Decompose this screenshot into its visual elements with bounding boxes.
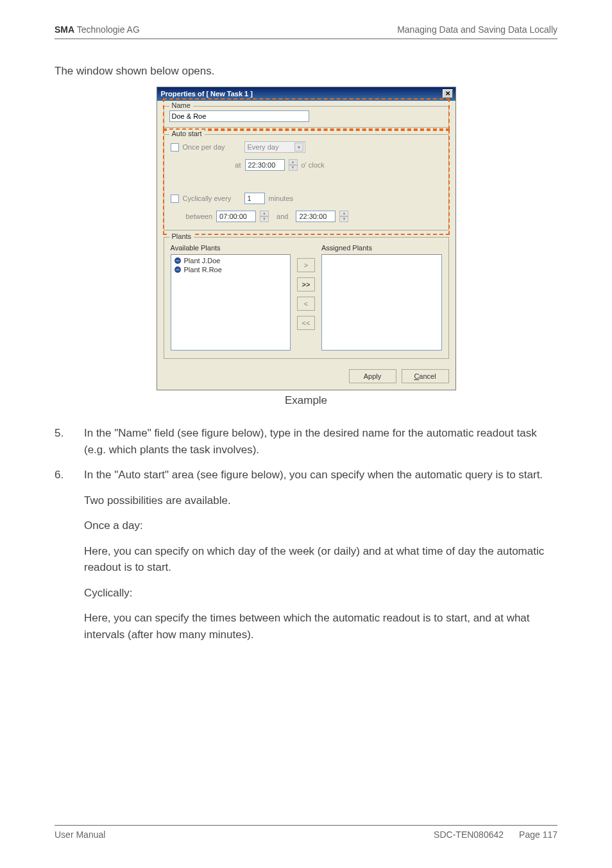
page-footer: User Manual SDC-TEN080642 Page 117 bbox=[55, 825, 557, 840]
move-right-button[interactable]: > bbox=[297, 258, 315, 272]
chevron-down-icon: ▾ bbox=[294, 143, 303, 152]
header-section: Managing Data and Saving Data Locally bbox=[397, 24, 557, 35]
between-start-input[interactable] bbox=[216, 211, 256, 222]
list-item[interactable]: Plant J.Doe bbox=[173, 256, 289, 265]
once-time-spinner[interactable]: ▲▼ bbox=[289, 159, 298, 171]
footer-divider bbox=[55, 825, 557, 826]
task-name-input[interactable] bbox=[169, 110, 309, 122]
and-label: and bbox=[276, 213, 288, 220]
subheading-once: Once a day: bbox=[84, 517, 557, 534]
available-plants-label: Available Plants bbox=[171, 244, 291, 252]
footer-page: Page 117 bbox=[519, 829, 557, 840]
between-start-spinner[interactable]: ▲▼ bbox=[260, 211, 269, 222]
name-group: Name bbox=[164, 106, 449, 128]
plants-group-label: Plants bbox=[169, 232, 194, 240]
auto-start-group: Auto start Once per day Every day ▾ at bbox=[164, 134, 449, 230]
apply-button[interactable]: Apply bbox=[349, 369, 396, 383]
minutes-label: minutes bbox=[269, 195, 294, 202]
figure-caption: Example bbox=[285, 394, 327, 407]
properties-dialog: Properties of [ New Task 1 ] ✕ Name Auto… bbox=[157, 87, 456, 390]
subheading-cyclically: Cyclically: bbox=[84, 585, 557, 602]
step-text: In the "Name" field (see figure below), … bbox=[84, 425, 557, 458]
move-all-left-button[interactable]: << bbox=[297, 316, 315, 330]
list-item[interactable]: Plant R.Roe bbox=[173, 265, 289, 274]
step-6: 6. In the "Auto start" area (see figure … bbox=[55, 467, 557, 483]
between-label: between bbox=[186, 213, 213, 220]
once-per-day-checkbox[interactable] bbox=[171, 143, 179, 152]
between-end-spinner[interactable]: ▲▼ bbox=[339, 211, 348, 222]
body-paragraph: Here, you can specify the times between … bbox=[84, 610, 557, 643]
footer-left: User Manual bbox=[55, 829, 105, 840]
move-left-button[interactable]: < bbox=[297, 297, 315, 311]
plant-icon bbox=[174, 257, 182, 265]
step-number: 5. bbox=[55, 425, 84, 458]
header-company: SMA Technologie AG bbox=[55, 24, 140, 35]
body-paragraph: Two possibilities are available. bbox=[84, 492, 557, 509]
move-all-right-button[interactable]: >> bbox=[297, 277, 315, 291]
auto-start-label: Auto start bbox=[169, 130, 205, 137]
footer-docid: SDC-TEN080642 bbox=[434, 829, 504, 840]
dialog-titlebar[interactable]: Properties of [ New Task 1 ] ✕ bbox=[157, 87, 455, 101]
step-number: 6. bbox=[55, 467, 84, 483]
between-end-input[interactable] bbox=[296, 211, 336, 222]
assigned-plants-listbox[interactable] bbox=[321, 254, 442, 351]
step-text: In the "Auto start" area (see figure bel… bbox=[84, 467, 557, 483]
dialog-title: Properties of [ New Task 1 ] bbox=[161, 90, 253, 98]
once-per-day-label: Once per day bbox=[183, 143, 241, 151]
assigned-plants-label: Assigned Plants bbox=[321, 244, 442, 252]
cancel-button[interactable]: Cancel bbox=[402, 369, 449, 383]
available-plants-listbox[interactable]: Plant J.Doe Plant R.Roe bbox=[171, 254, 291, 351]
oclock-label: o' clock bbox=[302, 161, 325, 169]
page-header: SMA Technologie AG Managing Data and Sav… bbox=[55, 24, 557, 35]
plants-group: Plants Available Plants Plant J.Doe bbox=[164, 237, 449, 359]
cyclically-minutes-input[interactable] bbox=[244, 193, 265, 204]
header-divider bbox=[55, 39, 557, 39]
at-label: at bbox=[228, 161, 241, 169]
step-5: 5. In the "Name" field (see figure below… bbox=[55, 425, 557, 458]
once-time-input[interactable] bbox=[245, 159, 285, 171]
plant-icon bbox=[174, 266, 182, 273]
body-paragraph: Here, you can specify on which day of th… bbox=[84, 543, 557, 576]
name-group-label: Name bbox=[169, 101, 193, 109]
close-icon[interactable]: ✕ bbox=[443, 89, 453, 98]
cyclically-checkbox[interactable] bbox=[171, 195, 179, 203]
cyclically-label: Cyclically every bbox=[183, 195, 241, 202]
day-select[interactable]: Every day ▾ bbox=[244, 141, 305, 153]
intro-text: The window shown below opens. bbox=[55, 65, 557, 78]
